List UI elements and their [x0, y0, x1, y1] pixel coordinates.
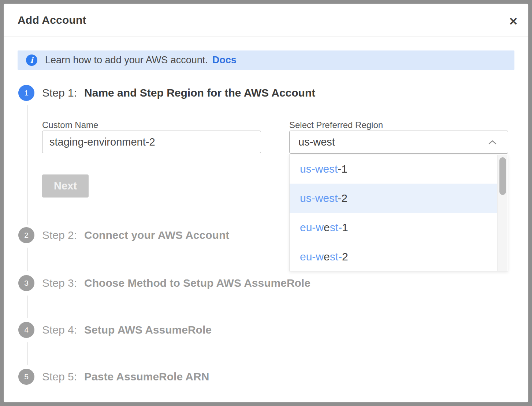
- option-label: eu-west-2: [300, 251, 348, 263]
- connector-4-5: [27, 342, 27, 365]
- step-4-title: Setup AWS AssumeRole: [84, 324, 212, 336]
- region-option-eu-west-1[interactable]: eu-west-1: [290, 213, 498, 242]
- region-option-us-west-1[interactable]: us-west-1: [290, 154, 498, 184]
- step-4-prefix: Step 4:: [42, 324, 77, 336]
- region-select-value: us-west: [298, 136, 487, 148]
- dropdown-scrollbar-thumb[interactable]: [499, 157, 506, 195]
- step-1-circle: 1: [18, 85, 34, 101]
- option-label: us-west-2: [300, 192, 347, 204]
- region-label: Select Preferred Region: [289, 120, 383, 130]
- header-divider: [4, 37, 528, 37]
- step-1-prefix: Step 1:: [42, 87, 77, 99]
- close-icon[interactable]: ✕: [505, 13, 521, 29]
- region-select[interactable]: us-west: [289, 131, 508, 154]
- connector-1-2: [27, 105, 27, 225]
- dropdown-scrollbar-track[interactable]: [497, 155, 507, 271]
- region-option-us-west-2[interactable]: us-west-2: [290, 184, 498, 213]
- add-account-modal: Add Account ✕ i Learn how to add your AW…: [4, 4, 528, 402]
- step-4-header: Step 4: Setup AWS AssumeRole: [42, 322, 212, 338]
- region-option-eu-west-2[interactable]: eu-west-2: [290, 242, 498, 271]
- step-5-header: Step 5: Paste AssumeRole ARN: [42, 369, 209, 385]
- page-title: Add Account: [18, 14, 86, 26]
- step-3-header: Step 3: Choose Method to Setup AWS Assum…: [42, 275, 310, 291]
- option-label: us-west-1: [300, 163, 347, 175]
- info-banner: i Learn how to add your AWS account. Doc…: [18, 50, 514, 70]
- region-dropdown: us-west-1 us-west-2 eu-west-1 eu-west-2: [289, 154, 508, 271]
- step-2-header: Step 2: Connect your AWS Account: [42, 227, 229, 243]
- connector-3-4: [27, 296, 27, 318]
- step-5-title: Paste AssumeRole ARN: [84, 371, 209, 383]
- step-1-number: 1: [24, 89, 29, 97]
- step-1-title: Name and Step Region for the AWS Account: [84, 87, 315, 99]
- info-icon: i: [26, 54, 37, 66]
- step-2-circle: 2: [18, 227, 34, 243]
- custom-name-input[interactable]: [42, 131, 261, 153]
- step-4-circle: 4: [18, 322, 34, 338]
- step-1-header: Step 1: Name and Step Region for the AWS…: [42, 85, 315, 101]
- step-3-prefix: Step 3:: [42, 277, 77, 289]
- next-button[interactable]: Next: [42, 174, 89, 198]
- docs-link[interactable]: Docs: [212, 54, 237, 66]
- step-3-number: 3: [24, 279, 29, 287]
- step-2-title: Connect your AWS Account: [84, 229, 229, 241]
- chevron-up-icon: [487, 139, 498, 145]
- custom-name-label: Custom Name: [42, 120, 98, 130]
- step-5-prefix: Step 5:: [42, 371, 77, 383]
- step-5-circle: 5: [18, 369, 34, 385]
- step-2-number: 2: [24, 231, 29, 240]
- banner-text: Learn how to add your AWS account.: [45, 54, 208, 66]
- step-4-number: 4: [24, 326, 29, 334]
- option-label: eu-west-1: [300, 221, 348, 234]
- connector-2-3: [27, 248, 27, 271]
- step-3-title: Choose Method to Setup AWS AssumeRole: [84, 277, 310, 289]
- step-3-circle: 3: [18, 275, 34, 291]
- step-5-number: 5: [24, 372, 29, 381]
- step-2-prefix: Step 2:: [42, 229, 77, 241]
